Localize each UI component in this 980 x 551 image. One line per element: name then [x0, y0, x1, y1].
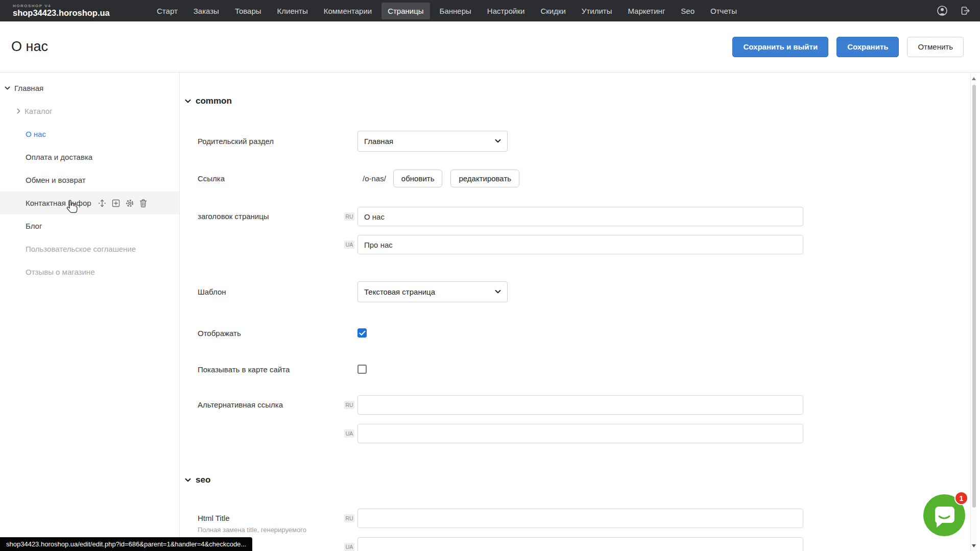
- link-refresh-button[interactable]: обновить: [393, 170, 443, 187]
- chat-widget-button[interactable]: 1: [923, 494, 965, 536]
- scroll-up-arrow[interactable]: [972, 77, 976, 80]
- page-title-field-label: заголовок страницы: [198, 207, 344, 254]
- html-title-ru-input[interactable]: [357, 509, 803, 528]
- browser-status-url: shop34423.horoshop.ua/edit/edit.php?id=6…: [0, 537, 252, 551]
- delete-trash-icon[interactable]: [139, 199, 148, 208]
- select-value: Главная: [364, 137, 495, 146]
- lang-tag-ru: RU: [344, 514, 354, 523]
- select-value: Текстовая страница: [364, 288, 495, 296]
- move-icon[interactable]: [98, 199, 107, 208]
- parent-section-select[interactable]: Главная: [357, 131, 508, 152]
- page-title-ua-input[interactable]: [357, 235, 803, 254]
- settings-gear-icon[interactable]: [125, 199, 134, 208]
- lang-tag-ua: UA: [344, 241, 354, 249]
- sidebar-item-label: Каталог: [25, 107, 53, 115]
- menu-item-seo[interactable]: Seo: [675, 3, 701, 19]
- sidebar-item-label: Обмен и возврат: [26, 176, 86, 184]
- shop-domain-label: shop34423.horoshop.ua: [13, 9, 140, 17]
- vertical-scrollbar[interactable]: [970, 73, 977, 551]
- section-header-seo[interactable]: seo: [180, 475, 970, 485]
- tree-item-actions: [98, 199, 148, 208]
- sidebar-item-oplata-i-dostavka[interactable]: Оплата и доставка: [0, 146, 179, 169]
- save-and-exit-button[interactable]: Сохранить и выйти: [732, 37, 828, 57]
- alt-link-ru-input[interactable]: [357, 395, 803, 415]
- chevron-down-icon: [185, 99, 191, 103]
- menu-item-comments[interactable]: Комментарии: [318, 3, 378, 19]
- top-navigation-bar: HOROSHOP V4 shop34423.horoshop.ua Старт …: [0, 0, 980, 21]
- page-edit-form: common Родительский раздел Главная Ссылк…: [180, 73, 970, 551]
- brand-logo[interactable]: HOROSHOP V4 shop34423.horoshop.ua: [13, 4, 140, 17]
- topbar-right-icons: [937, 5, 971, 16]
- link-edit-button[interactable]: редактировать: [450, 170, 519, 187]
- template-select[interactable]: Текстовая страница: [357, 281, 508, 302]
- sidebar-item-katalog[interactable]: Каталог: [0, 100, 179, 123]
- lang-tag-ua: UA: [344, 543, 354, 551]
- chat-unread-badge: 1: [954, 491, 968, 505]
- sidebar-item-glavnaya[interactable]: Главная: [0, 77, 179, 100]
- sidebar-item-label: О нас: [26, 130, 46, 138]
- link-label: Ссылка: [198, 174, 344, 183]
- section-title: common: [196, 96, 232, 106]
- template-label: Шаблон: [198, 288, 344, 296]
- sidebar-item-label: Главная: [14, 84, 43, 92]
- lang-tag-ru: RU: [344, 401, 354, 410]
- sidebar-item-otzyvy-o-magazine[interactable]: Отзывы о магазине: [0, 260, 179, 283]
- lang-tag-ua: UA: [344, 429, 354, 438]
- header-actions: Сохранить и выйти Сохранить Отменить: [732, 37, 964, 57]
- menu-item-products[interactable]: Товары: [229, 3, 268, 19]
- alt-link-label: Альтернативная ссылка: [198, 395, 344, 443]
- horoshop-admin-page: HOROSHOP V4 shop34423.horoshop.ua Старт …: [0, 0, 980, 551]
- pages-tree-sidebar: Главная Каталог О нас Оплата и доставка …: [0, 73, 180, 551]
- menu-item-discounts[interactable]: Скидки: [534, 3, 571, 19]
- menu-item-clients[interactable]: Клиенты: [271, 3, 314, 19]
- sidebar-item-obmen-i-vozvrat[interactable]: Обмен и возврат: [0, 169, 179, 191]
- menu-item-start[interactable]: Старт: [151, 3, 184, 19]
- html-title-label: Html Title: [198, 514, 344, 522]
- chevron-down-icon[interactable]: [5, 86, 10, 90]
- lang-tag-ru: RU: [344, 212, 354, 221]
- page-title: О нас: [11, 39, 48, 55]
- add-page-icon[interactable]: [111, 199, 121, 208]
- menu-item-marketing[interactable]: Маркетинг: [622, 3, 671, 19]
- chevron-down-icon: [495, 290, 501, 294]
- menu-item-utilities[interactable]: Утилиты: [576, 3, 618, 19]
- sidebar-item-label: Пользовательское соглашение: [26, 245, 136, 253]
- section-header-common[interactable]: common: [180, 96, 970, 106]
- sidebar-item-label: Блог: [26, 222, 42, 230]
- sidebar-item-label: Контактная инфор: [26, 199, 91, 207]
- chevron-down-icon: [185, 478, 191, 482]
- scrollbar-thumb[interactable]: [972, 85, 976, 508]
- display-checkbox[interactable]: [357, 328, 367, 338]
- account-icon[interactable]: [937, 5, 948, 16]
- chevron-right-icon[interactable]: [17, 108, 20, 114]
- sitemap-label: Показывать в карте сайта: [198, 365, 344, 374]
- main-menu: Старт Заказы Товары Клиенты Комментарии …: [151, 3, 743, 19]
- display-label: Отображать: [198, 329, 344, 338]
- sidebar-item-blog[interactable]: Блог: [0, 214, 179, 237]
- html-title-hint: Полная замена title, генерируемого: [198, 526, 351, 534]
- html-title-ua-input[interactable]: [357, 537, 803, 551]
- menu-item-banners[interactable]: Баннеры: [434, 3, 477, 19]
- chevron-down-icon: [495, 139, 501, 143]
- menu-item-orders[interactable]: Заказы: [187, 3, 225, 19]
- page-title-ru-input[interactable]: [357, 207, 803, 226]
- alt-link-ua-input[interactable]: [357, 424, 803, 443]
- link-value: /o-nas/: [363, 174, 386, 183]
- menu-item-pages[interactable]: Страницы: [381, 3, 429, 19]
- sidebar-item-polzovatelskoe-soglashenie[interactable]: Пользовательское соглашение: [0, 237, 179, 260]
- menu-item-reports[interactable]: Отчеты: [704, 3, 743, 19]
- cancel-button[interactable]: Отменить: [907, 37, 964, 57]
- parent-section-label: Родительский раздел: [198, 137, 344, 146]
- sidebar-item-kontaktnaya-informatsiya[interactable]: Контактная инфор: [0, 191, 179, 214]
- logout-icon[interactable]: [960, 6, 971, 16]
- menu-item-settings[interactable]: Настройки: [481, 3, 531, 19]
- save-button[interactable]: Сохранить: [836, 37, 899, 57]
- scroll-down-arrow[interactable]: [972, 544, 976, 547]
- section-title: seo: [196, 475, 210, 485]
- sidebar-item-label: Оплата и доставка: [26, 153, 92, 161]
- sitemap-checkbox[interactable]: [357, 365, 367, 374]
- sidebar-item-o-nas[interactable]: О нас: [0, 123, 179, 146]
- sidebar-item-label: Отзывы о магазине: [26, 268, 94, 276]
- pages-tree: Главная Каталог О нас Оплата и доставка …: [0, 73, 179, 283]
- page-header: О нас Сохранить и выйти Сохранить Отмени…: [0, 21, 980, 73]
